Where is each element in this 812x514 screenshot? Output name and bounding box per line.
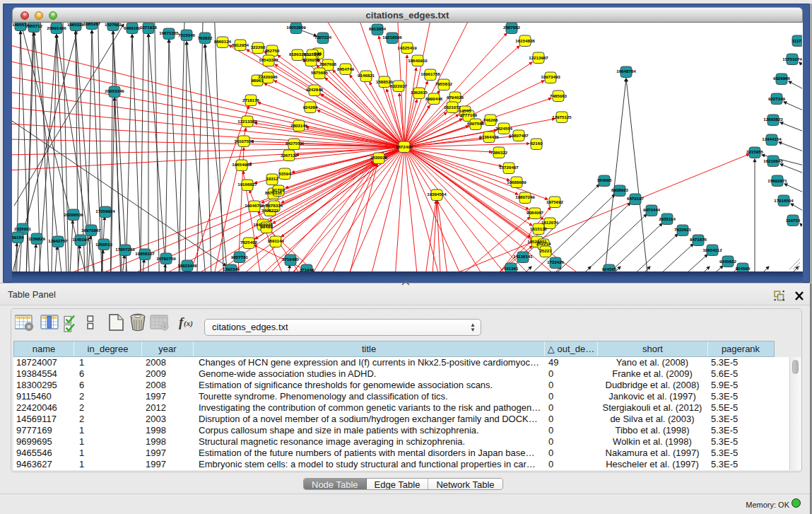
- svg-text:10958107: 10958107: [135, 251, 155, 256]
- svg-text:20691406: 20691406: [47, 25, 66, 30]
- svg-text:10046798: 10046798: [245, 203, 264, 208]
- svg-text:12093823: 12093823: [763, 117, 783, 122]
- svg-text:16961758: 16961758: [420, 71, 440, 76]
- svg-text:9777169: 9777169: [460, 112, 478, 117]
- svg-text:164095: 164095: [597, 177, 612, 182]
- svg-text:8938923: 8938923: [611, 187, 629, 192]
- svg-text:9245652: 9245652: [719, 259, 737, 264]
- svg-text:1872400: 1872400: [396, 144, 413, 149]
- svg-text:18640910: 18640910: [408, 58, 428, 63]
- svg-text:19384554: 19384554: [427, 192, 447, 197]
- svg-text:16107553: 16107553: [234, 139, 254, 144]
- svg-text:16053809: 16053809: [286, 25, 306, 30]
- svg-text:7515546: 7515546: [178, 33, 196, 37]
- svg-text:17957253: 17957253: [115, 247, 135, 252]
- svg-text:2530029: 2530029: [370, 155, 388, 160]
- svg-text:1145194: 1145194: [72, 237, 89, 242]
- svg-text:746266: 746266: [483, 117, 498, 122]
- svg-text:7625402: 7625402: [240, 240, 258, 245]
- svg-text:10973493: 10973493: [541, 74, 560, 79]
- svg-text:8322037: 8322037: [390, 83, 408, 88]
- svg-text:1071918: 1071918: [140, 25, 158, 30]
- svg-text:16782759: 16782759: [156, 256, 176, 261]
- svg-text:9242848: 9242848: [306, 87, 324, 92]
- svg-text:98961: 98961: [251, 78, 264, 83]
- svg-text:3498222: 3498222: [261, 208, 279, 213]
- svg-text:8186328: 8186328: [289, 52, 307, 57]
- svg-text:8660124: 8660124: [214, 39, 232, 44]
- svg-text:7955812: 7955812: [435, 81, 453, 86]
- svg-text:6466160: 6466160: [124, 25, 141, 30]
- svg-text:7485063: 7485063: [550, 93, 567, 98]
- svg-text:7632621: 7632621: [674, 227, 692, 232]
- svg-text:15692971: 15692971: [767, 178, 787, 183]
- svg-text:19218506: 19218506: [382, 35, 402, 40]
- svg-text:9327508: 9327508: [304, 52, 322, 57]
- svg-text:25221: 25221: [539, 248, 552, 253]
- svg-text:12942757: 12942757: [48, 238, 68, 243]
- svg-text:1065328: 1065328: [67, 23, 85, 27]
- svg-text:39154: 39154: [12, 235, 24, 240]
- svg-text:15720407: 15720407: [499, 165, 519, 170]
- svg-text:116753: 116753: [786, 218, 801, 223]
- svg-text:20206536: 20206536: [64, 212, 83, 217]
- svg-text:6497568: 6497568: [467, 121, 485, 126]
- svg-text:9474444: 9474444: [643, 207, 661, 212]
- svg-text:924565: 924565: [736, 266, 751, 271]
- svg-text:2335061: 2335061: [14, 226, 32, 231]
- svg-text:2226058: 2226058: [302, 57, 320, 62]
- svg-text:17016504: 17016504: [774, 198, 794, 203]
- svg-text:16671355: 16671355: [159, 30, 179, 35]
- svg-text:8454749: 8454749: [337, 66, 355, 71]
- svg-text:322260: 322260: [251, 45, 266, 49]
- svg-text:1250513: 1250513: [95, 242, 113, 247]
- svg-text:3215955: 3215955: [746, 149, 764, 154]
- svg-text:924565: 924565: [602, 267, 617, 271]
- svg-text:1292344: 1292344: [223, 267, 240, 271]
- svg-text:9146821: 9146821: [358, 73, 375, 78]
- svg-text:2887682: 2887682: [503, 25, 521, 30]
- svg-text:17359924: 17359924: [95, 209, 115, 214]
- svg-text:11171: 11171: [792, 38, 802, 43]
- svg-text:3716485: 3716485: [282, 257, 300, 262]
- svg-text:2935114: 2935114: [659, 216, 676, 221]
- svg-text:21364436: 21364436: [479, 134, 499, 139]
- svg-text:8678334: 8678334: [266, 203, 283, 208]
- svg-text:12213369: 12213369: [237, 119, 257, 124]
- svg-text:9329966: 9329966: [773, 76, 791, 81]
- svg-text:91700: 91700: [272, 187, 285, 192]
- svg-text:763822: 763822: [198, 35, 213, 40]
- svg-text:12444154: 12444154: [762, 136, 782, 141]
- svg-text:19654983: 19654983: [232, 162, 252, 167]
- svg-text:15751074: 15751074: [782, 57, 802, 62]
- svg-text:1065287: 1065287: [83, 23, 101, 26]
- svg-text:2867608: 2867608: [319, 62, 337, 66]
- svg-text:1975692: 1975692: [546, 199, 564, 204]
- svg-text:7386322: 7386322: [490, 150, 508, 155]
- svg-text:10807487: 10807487: [509, 133, 529, 138]
- svg-text:62160: 62160: [530, 141, 543, 146]
- svg-text:1733426: 1733426: [547, 259, 565, 264]
- svg-text:12923448: 12923448: [177, 263, 197, 268]
- svg-text:12975125: 12975125: [552, 115, 572, 119]
- svg-text:10688609: 10688609: [507, 180, 526, 185]
- svg-text:2055712: 2055712: [25, 23, 43, 28]
- svg-text:1612074: 1612074: [541, 220, 559, 225]
- svg-text:1615132: 1615132: [530, 226, 548, 231]
- svg-text:99489: 99489: [260, 224, 273, 229]
- svg-text:3624554: 3624554: [495, 126, 513, 131]
- svg-text:14325419: 14325419: [397, 45, 417, 50]
- svg-text:16154838: 16154838: [515, 38, 535, 43]
- svg-text:10543342: 10543342: [259, 57, 278, 62]
- svg-text:5875685: 5875685: [311, 70, 329, 75]
- svg-text:1691144: 1691144: [267, 238, 284, 243]
- svg-text:53594: 53594: [278, 171, 291, 176]
- svg-text:9657791: 9657791: [231, 255, 249, 259]
- svg-text:982750: 982750: [265, 48, 280, 53]
- svg-text:252214: 252214: [536, 241, 551, 246]
- svg-text:2803144: 2803144: [290, 123, 308, 128]
- svg-text:9227349: 9227349: [768, 96, 786, 101]
- svg-text:14136141: 14136141: [513, 254, 533, 259]
- svg-text:1156829: 1156829: [28, 236, 45, 241]
- svg-text:(x): (x): [184, 319, 193, 328]
